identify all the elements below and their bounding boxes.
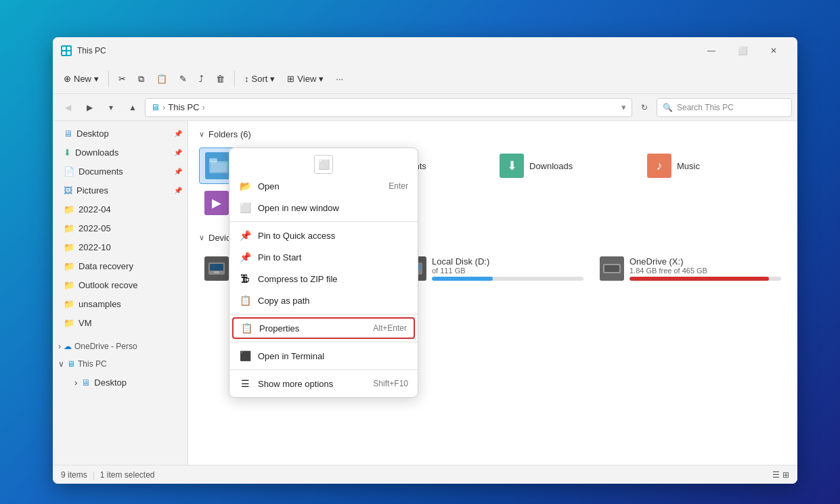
maximize-button[interactable]: ⬜: [727, 37, 758, 64]
svg-rect-3: [67, 51, 70, 55]
sort-button[interactable]: ↕ Sort ▾: [239, 71, 280, 87]
svg-rect-6: [211, 162, 227, 172]
paste-icon: 📋: [156, 74, 167, 84]
ctx-compress-zip[interactable]: 🗜 Compress to ZIP file: [229, 268, 418, 290]
new-button[interactable]: ⊕ New ▾: [58, 71, 104, 87]
addressbar: ◀ ▶ ▾ ▲ 🖥 › This PC › ▾ ↻ 🔍 Search This …: [53, 94, 797, 121]
folder-icon-6: 📁: [64, 299, 74, 309]
copy-button[interactable]: ⧉: [133, 71, 150, 87]
sidebar-item-desktop-child[interactable]: › 🖥 Desktop: [53, 373, 187, 392]
folder-icon-2: 📁: [64, 223, 74, 233]
share-button[interactable]: ⤴: [194, 71, 209, 87]
ctx-open-terminal[interactable]: ⬛ Open in Terminal: [229, 345, 418, 367]
device-x-icon: [600, 256, 624, 281]
folder-icon-7: 📁: [64, 318, 74, 328]
folder-icon-4: 📁: [64, 261, 74, 271]
properties-icon: 📋: [240, 322, 252, 334]
pc-icon: 🖥: [67, 359, 75, 369]
pin-icon: 📌: [174, 130, 182, 137]
close-button[interactable]: ✕: [758, 37, 789, 64]
collapse-icon: ∨: [58, 359, 64, 369]
rename-button[interactable]: ✎: [174, 71, 192, 87]
new-icon: ⊕: [64, 74, 71, 84]
sidebar-item-outlook[interactable]: 📁 Outlook recove: [53, 275, 187, 294]
sidebar-item-desktop[interactable]: 🖥 Desktop 📌: [53, 124, 187, 143]
folder-icon-5: 📁: [64, 280, 74, 290]
device-x[interactable]: OneDrive (X:) 1.84 GB free of 465 GB: [594, 251, 787, 286]
svg-rect-0: [62, 47, 66, 50]
window-icon: [61, 45, 72, 56]
copy-icon: ⧉: [138, 74, 144, 85]
folder-downloads[interactable]: ⬇ Downloads: [494, 147, 639, 184]
recent-button[interactable]: ▾: [102, 98, 120, 117]
ctx-pin-start[interactable]: 📌 Pin to Start: [229, 246, 418, 268]
sidebar-item-pictures[interactable]: 🖼 Pictures 📌: [53, 181, 187, 200]
cut-icon: ✂: [118, 74, 126, 84]
ctx-open[interactable]: 📂 Open Enter: [229, 175, 418, 197]
ctx-pin-quick[interactable]: 📌 Pin to Quick access: [229, 225, 418, 246]
sort-chevron-icon: ▾: [270, 74, 275, 84]
items-count: 9 items: [61, 470, 87, 480]
open-icon: 📂: [239, 180, 251, 192]
path-arrow: ›: [162, 102, 165, 112]
ctx-open-new-window[interactable]: ⬜ Open in new window: [229, 197, 418, 219]
more-button[interactable]: ···: [330, 71, 349, 87]
devices-chevron: ∨: [199, 233, 204, 242]
toolbar-separator-2: [234, 71, 235, 87]
back-button[interactable]: ◀: [58, 98, 77, 117]
rename-icon: ✎: [179, 74, 187, 84]
ctx-sep-4: [229, 369, 418, 370]
sidebar-group-thispc[interactable]: ∨ 🖥 This PC: [53, 355, 187, 373]
folder-desktop-icon: [205, 152, 232, 179]
sidebar-item-downloads[interactable]: ⬇ Downloads 📌: [53, 143, 187, 162]
device-d[interactable]: Local Disk (D:) of 111 GB: [397, 251, 589, 286]
view-button[interactable]: ⊞ View ▾: [282, 71, 329, 87]
search-box[interactable]: 🔍 Search This PC: [657, 98, 792, 117]
onedrive-icon: ☁: [64, 342, 72, 351]
statusbar: 9 items | 1 item selected ☰ ⊞: [53, 465, 797, 484]
grid-view-button[interactable]: ⊞: [782, 470, 789, 480]
delete-button[interactable]: 🗑: [211, 71, 230, 87]
device-d-bar: [432, 277, 583, 281]
device-x-name: OneDrive (X:): [629, 256, 781, 267]
list-view-button[interactable]: ☰: [772, 470, 780, 480]
sidebar-item-documents[interactable]: 📄 Documents 📌: [53, 162, 187, 181]
device-x-bar: [629, 277, 781, 281]
ctx-show-more[interactable]: ☰ Show more options Shift+F10: [229, 373, 418, 394]
pin-icon-2: 📌: [174, 149, 182, 156]
sidebar-item-2022-05[interactable]: 📁 2022-05: [53, 219, 187, 237]
view-chevron-icon: ▾: [319, 74, 324, 84]
path-expand[interactable]: ▾: [621, 102, 626, 112]
sidebar-item-data-recovery[interactable]: 📁 Data recovery: [53, 256, 187, 275]
ctx-top-icon: ⬜: [229, 151, 418, 175]
paste-button[interactable]: 📋: [151, 71, 173, 87]
ctx-copy-path[interactable]: 📋 Copy as path: [229, 290, 418, 311]
refresh-button[interactable]: ↻: [635, 98, 654, 117]
selected-count: 1 item selected: [100, 470, 155, 480]
device-x-info: OneDrive (X:) 1.84 GB free of 465 GB: [629, 256, 781, 281]
toolbar: ⊕ New ▾ ✂ ⧉ 📋 ✎ ⤴ 🗑 ↕ Sort ▾ ⊞: [53, 64, 797, 94]
pin-icon-3: 📌: [174, 168, 182, 175]
cut-button[interactable]: ✂: [113, 71, 131, 87]
up-button[interactable]: ▲: [123, 98, 142, 117]
svg-rect-1: [67, 47, 70, 50]
open-new-icon: ⬜: [239, 202, 251, 214]
path-arrow2: ›: [202, 102, 205, 112]
sidebar-item-2022-04[interactable]: 📁 2022-04: [53, 200, 187, 219]
sidebar-item-unsamples[interactable]: 📁 unsamples: [53, 294, 187, 313]
sidebar-group-onedrive[interactable]: › ☁ OneDrive - Perso: [53, 338, 187, 355]
pin-quick-icon: 📌: [239, 229, 251, 242]
window-controls: — ⬜ ✕: [696, 37, 789, 64]
folder-music[interactable]: ♪ Music: [642, 147, 787, 184]
sidebar-item-vm[interactable]: 📁 VM: [53, 313, 187, 332]
desktop-icon: 🖥: [64, 129, 72, 139]
minimize-button[interactable]: —: [696, 37, 727, 64]
ctx-properties[interactable]: 📋 Properties Alt+Enter: [232, 317, 415, 339]
address-path[interactable]: 🖥 › This PC › ▾: [145, 98, 632, 117]
sort-icon: ↕: [244, 74, 249, 84]
forward-button[interactable]: ▶: [80, 98, 99, 117]
terminal-icon: ⬛: [239, 350, 251, 362]
device-d-sub: of 111 GB: [432, 267, 583, 275]
sidebar-item-2022-10[interactable]: 📁 2022-10: [53, 237, 187, 256]
ctx-compress-label: Compress to ZIP file: [258, 274, 338, 284]
